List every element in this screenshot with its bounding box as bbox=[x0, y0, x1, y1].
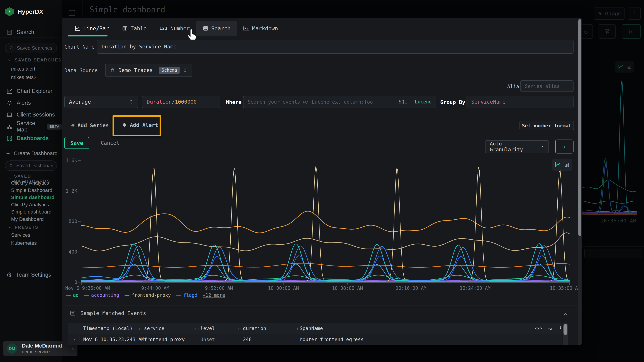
collapse-events-icon[interactable] bbox=[562, 311, 569, 318]
avatar: DM bbox=[7, 344, 17, 354]
alias-input[interactable]: Series alias bbox=[520, 80, 574, 92]
code-view-icon[interactable]: </> bbox=[535, 326, 542, 331]
group-by-input[interactable]: ServiceName bbox=[466, 96, 574, 108]
sidebar-item-alerts[interactable]: Alerts bbox=[0, 97, 62, 109]
events-scrollbar[interactable] bbox=[563, 323, 568, 345]
events-scrollbar-thumb[interactable] bbox=[564, 324, 568, 335]
lucene-toggle[interactable]: Lucene bbox=[415, 99, 432, 105]
create-dashboard-button[interactable]: + Create Dashboard bbox=[0, 148, 62, 159]
expression-input[interactable]: Duration/1000000 bbox=[142, 96, 220, 108]
events-cell: frontend-proxy bbox=[144, 334, 185, 345]
legend-item[interactable]: ad bbox=[66, 293, 78, 298]
mouse-cursor bbox=[186, 28, 198, 40]
number-123-icon: 123 bbox=[160, 26, 168, 31]
legend-item[interactable]: flagd bbox=[176, 293, 197, 298]
events-column-header[interactable]: service bbox=[144, 323, 164, 334]
wrap-lines-icon[interactable] bbox=[547, 326, 552, 331]
preset-item[interactable]: Kubernetes bbox=[11, 240, 37, 246]
line-chart-icon bbox=[74, 25, 80, 31]
tab-search[interactable]: Search bbox=[196, 21, 237, 36]
saved-search-item[interactable]: mikes alert bbox=[11, 66, 35, 72]
drag-handle-icon[interactable]: ⋮⋮ bbox=[138, 323, 142, 334]
updown-chevron-icon bbox=[129, 99, 134, 105]
sidebar-item-search[interactable]: Search bbox=[0, 26, 62, 38]
tab-table[interactable]: Table bbox=[116, 21, 153, 36]
search-doc-icon bbox=[6, 29, 13, 35]
saved-dashboard-item[interactable]: ClickPy Analytics bbox=[11, 202, 49, 208]
saved-dashboards-input[interactable]: Saved Dashboards bbox=[5, 161, 57, 171]
saved-dashboard-item[interactable]: Simple dashboard bbox=[11, 209, 52, 215]
grid4-icon bbox=[6, 135, 13, 142]
sidebar-item-team-settings[interactable]: ⚙ Team Settings bbox=[0, 269, 62, 281]
presets-header[interactable]: PRESETS bbox=[8, 225, 38, 230]
saved-dashboard-item[interactable]: Simple Dashboard bbox=[11, 187, 52, 193]
chevron-right-icon: › bbox=[72, 345, 74, 352]
events-cell: 248 bbox=[243, 345, 252, 345]
legend-more-link[interactable]: +12 more bbox=[203, 293, 225, 298]
play-icon: ▷ bbox=[562, 143, 566, 150]
download-icon[interactable] bbox=[558, 326, 563, 331]
sidebar-item-client-sessions[interactable]: Client Sessions bbox=[0, 109, 62, 120]
plus-circle-icon: ⊕ bbox=[71, 122, 74, 129]
drag-handle-icon[interactable]: ⋮⋮ bbox=[236, 323, 242, 334]
sql-toggle[interactable]: SQL bbox=[398, 99, 407, 105]
svg-text:1.2K: 1.2K bbox=[66, 188, 78, 194]
events-table-row[interactable]: ›Nov 6 10:35:23.243 AMfrontend-proxyUnse… bbox=[68, 345, 562, 345]
saved-search-item[interactable]: mikes tets2 bbox=[11, 74, 36, 80]
events-column-header[interactable]: level bbox=[200, 323, 215, 334]
aggregation-select[interactable]: Average bbox=[64, 96, 138, 108]
events-divider bbox=[62, 306, 578, 306]
svg-text:10:24:00 AM: 10:24:00 AM bbox=[460, 286, 490, 291]
add-series-button[interactable]: ⊕ Add Series bbox=[71, 122, 109, 129]
drag-handle-icon[interactable]: ⋮⋮ bbox=[293, 323, 298, 334]
saved-dashboard-item[interactable]: My Dashboard bbox=[11, 216, 44, 222]
legend-item[interactable]: accounting bbox=[84, 293, 119, 298]
svg-text:10:16:00 AM: 10:16:00 AM bbox=[396, 286, 426, 291]
events-column-header[interactable]: duration bbox=[243, 323, 266, 334]
where-search-input[interactable]: Search your events w/ Lucene ex. column:… bbox=[243, 96, 436, 108]
chart-name-input[interactable]: Duration by Service Name bbox=[97, 40, 574, 54]
saved-searches-input[interactable]: Saved Searches bbox=[5, 43, 57, 53]
brand[interactable]: ⚡ HyperDX bbox=[5, 7, 43, 16]
modal-scrollbar-thumb[interactable] bbox=[578, 19, 582, 236]
edit-chart-modal: Line/Bar Table 123 Number Search M↓ Mark… bbox=[62, 18, 582, 345]
chevron-down-icon bbox=[8, 225, 12, 230]
run-chart-button[interactable]: ▷ bbox=[555, 140, 574, 154]
tab-markdown[interactable]: M↓ Markdown bbox=[237, 21, 284, 36]
drag-handle-icon[interactable]: ⋮⋮ bbox=[194, 323, 199, 334]
sidebar-item-service-map[interactable]: Service MapBETA bbox=[0, 121, 62, 132]
saved-dashboard-item[interactable]: Simple dashboard bbox=[11, 194, 54, 200]
svg-text:800: 800 bbox=[68, 218, 77, 224]
events-column-header[interactable]: Timestamp (Local) bbox=[83, 323, 132, 334]
duration-chart[interactable]: 1.6K1.2K8004000Nov 6 9:35:00 AM9:44:00 A… bbox=[62, 156, 579, 297]
cancel-button[interactable]: Cancel bbox=[101, 140, 120, 146]
saved-dashboard-item[interactable]: ClickPy Analytics bbox=[11, 180, 49, 186]
annotation-highlight-box bbox=[112, 115, 161, 136]
events-table-row[interactable]: ›Nov 6 10:35:23.243 AMfrontend-proxyUnse… bbox=[68, 334, 562, 345]
granularity-select[interactable]: Auto Granularity bbox=[485, 140, 549, 153]
database-icon bbox=[110, 68, 115, 73]
data-source-select[interactable]: Demo Traces Schema bbox=[105, 64, 192, 77]
saved-searches-header[interactable]: SAVED SEARCHES bbox=[8, 57, 62, 62]
sidebar-item-dashboards[interactable]: Dashboards bbox=[0, 133, 62, 144]
sidebar-item-chart-explorer[interactable]: Chart Explorer bbox=[0, 85, 62, 97]
search-icon bbox=[9, 163, 14, 168]
sidebar-divider bbox=[0, 145, 62, 146]
tab-line-bar[interactable]: Line/Bar bbox=[68, 21, 116, 36]
linechart-icon bbox=[6, 88, 13, 94]
user-subtitle: demo-service - bbox=[22, 349, 62, 355]
expand-row-icon[interactable]: › bbox=[73, 345, 76, 345]
svg-text:0: 0 bbox=[74, 279, 77, 285]
events-column-header[interactable]: SpanName bbox=[300, 323, 323, 334]
save-button[interactable]: Save bbox=[64, 137, 89, 149]
set-number-format-button[interactable]: Set number format bbox=[520, 121, 574, 130]
modal-scrollbar[interactable] bbox=[578, 18, 582, 345]
schema-badge[interactable]: Schema bbox=[159, 67, 180, 74]
svg-text:10:35:00 AM: 10:35:00 AM bbox=[550, 286, 579, 291]
sitemap-icon bbox=[6, 123, 13, 130]
expand-row-icon[interactable]: › bbox=[73, 334, 76, 345]
where-label: Where bbox=[226, 99, 242, 105]
legend-item[interactable]: frontend-proxy bbox=[124, 293, 171, 298]
svg-text:9:52:00 AM: 9:52:00 AM bbox=[205, 286, 233, 291]
preset-item[interactable]: Services bbox=[11, 232, 30, 238]
